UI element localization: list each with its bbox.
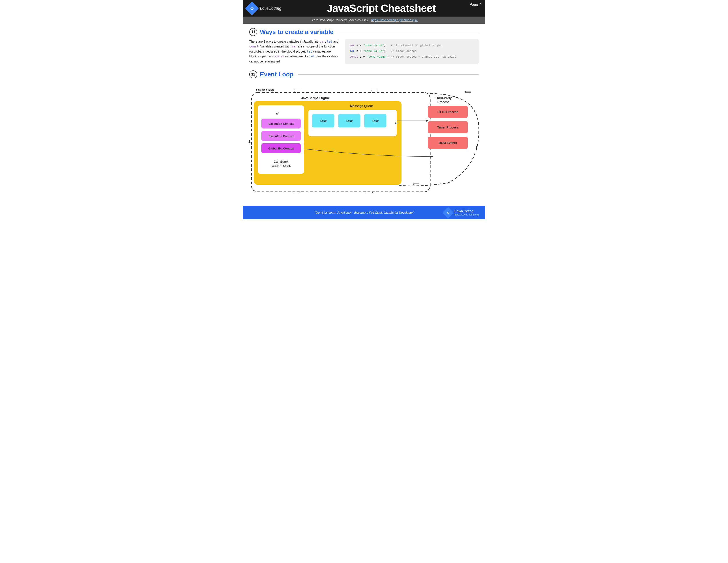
arrow-mq-right: ↩ — [395, 120, 399, 126]
main-content: 11 Ways to create a variable There are 3… — [243, 24, 485, 201]
section11-title: Ways to create a variable — [260, 28, 334, 36]
footer: "Don't just learn JavaScript - Become a … — [243, 206, 485, 219]
logo-diamond-icon: ◇ — [245, 1, 259, 15]
footer-logo-area: ◇ iLoveCoding https://iLoveCoding.org — [444, 209, 479, 216]
arrow-left-down: ⬇ — [248, 139, 251, 144]
global-context-label: Global Ex. Context — [268, 147, 294, 150]
page-title: JavaScript Cheatsheet — [281, 2, 481, 14]
message-queue-label: Message Queue — [350, 104, 374, 108]
section11-number: 11 — [249, 28, 257, 36]
logo-area: ◇ iLoveCoding — [247, 4, 281, 13]
section11-header: 11 Ways to create a variable — [249, 28, 479, 36]
event-loop-diagram: Event Loop ⟸ ⟸ JavaScript Engine ↙ Execu… — [249, 81, 479, 197]
exec-context-label-1: Execution Context — [268, 122, 294, 125]
section12-title: Event Loop — [260, 71, 293, 78]
exec-context-label-2: Execution Context — [268, 134, 294, 138]
arrow-bottom-right: ⟹ — [366, 190, 373, 195]
page-number: Page 7 — [470, 3, 481, 7]
section12-divider — [298, 74, 479, 75]
footer-logo-text: iLoveCoding https://iLoveCoding.org — [454, 209, 479, 216]
header: ◇ iLoveCoding JavaScript Cheatsheet Page… — [243, 0, 485, 17]
arrow-third-party-top: ⟸ — [464, 89, 471, 95]
call-stack-sublabel: Last-in - first-out — [272, 164, 291, 167]
section12-header: 12 Event Loop — [249, 70, 479, 78]
arrow-top-left: ⟸ — [293, 88, 300, 93]
http-process-label: HTTP Process — [437, 110, 458, 114]
arrow-bottom-left: ⟹ — [293, 190, 300, 195]
section12-number: 12 — [249, 70, 257, 78]
task-label-1: Task — [320, 119, 327, 123]
event-loop-label: Event Loop — [256, 88, 274, 92]
footer-logo-diamond-icon: ◇ — [442, 207, 454, 218]
section11-paragraph: There are 3 ways to create variables in … — [249, 39, 338, 64]
section11-divider — [338, 32, 479, 32]
arrow-callstack-down: ↙ — [276, 110, 280, 116]
js-engine-label: JavaScript Engine — [301, 96, 330, 100]
call-stack-label: Call Stack — [274, 160, 289, 163]
subtitle-link[interactable]: https://ilovecoding.org/courses/js2 — [371, 18, 418, 22]
section11-content: There are 3 ways to create variables in … — [249, 39, 479, 64]
third-party-label: Third-Party — [435, 96, 452, 100]
logo-text: iLoveCoding — [259, 6, 281, 11]
arrow-third-party-right: ⬇ — [474, 145, 478, 151]
arrow-bottom-third-party: ⟸ — [413, 181, 420, 186]
timer-process-label: Timer Process — [437, 126, 458, 129]
task-label-2: Task — [346, 119, 353, 123]
arrow-top-right: ⟸ — [371, 88, 378, 93]
dom-events-label: DOM Events — [439, 141, 457, 145]
third-party-sublabel: Process — [437, 100, 450, 104]
subtitle-bar: Learn JavaScript Correctly (Video course… — [243, 17, 485, 24]
footer-quote: "Don't just learn JavaScript - Become a … — [285, 211, 444, 214]
code-block: var a = "some value"; // functional or g… — [345, 39, 479, 64]
subtitle-text: Learn JavaScript Correctly (Video course… — [310, 18, 368, 22]
task-label-3: Task — [372, 119, 379, 123]
event-loop-svg: Event Loop ⟸ ⟸ JavaScript Engine ↙ Execu… — [249, 81, 479, 196]
